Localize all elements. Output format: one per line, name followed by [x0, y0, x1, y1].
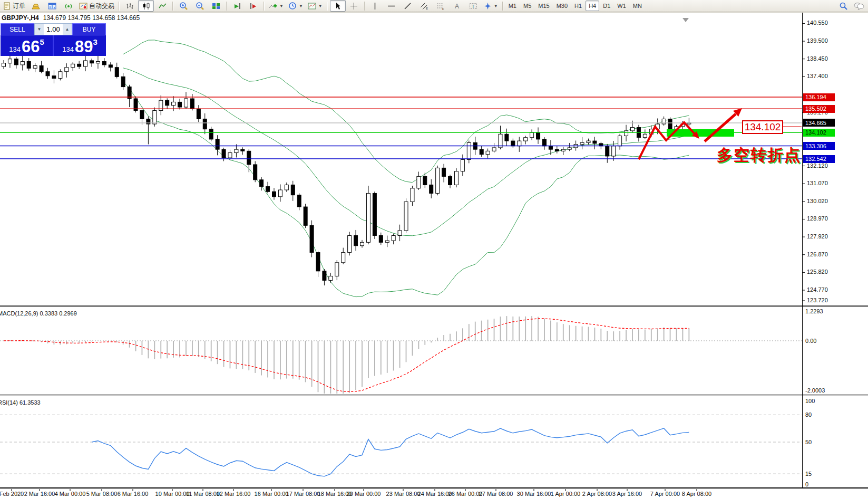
sell-price-base: 134 — [9, 44, 21, 55]
macd-histogram — [4, 316, 689, 394]
time-tick-label: 16 Mar 00:00 — [255, 491, 289, 497]
rsi-axis-label: 50 — [805, 439, 812, 445]
time-tick-label: 7 Apr 00:00 — [650, 491, 680, 497]
volume-down-button[interactable]: ▼ — [35, 24, 44, 35]
rsi-axis-label: 80 — [805, 411, 812, 418]
one-click-trading-panel: SELL ▼ 1.00 ▲ BUY 134 66 5 134 89 3 — [1, 23, 106, 56]
macd-signal-line — [4, 319, 689, 392]
price-badge-134.665: 134.665 — [803, 119, 835, 127]
macd-axis-label: 1.2293 — [805, 308, 823, 314]
price-tick-label: 127.920 — [807, 233, 828, 240]
sell-price[interactable]: 134 66 5 — [1, 35, 53, 56]
zigzag-arrow[interactable] — [639, 122, 697, 159]
time-tick-label: 12 Mar 16:00 — [217, 491, 251, 497]
time-tick-label: 30 Mar 16:00 — [517, 491, 551, 497]
buy-price-base: 134 — [62, 44, 74, 55]
price-badge-134.102: 134.102 — [803, 129, 835, 137]
candlestick-series — [2, 54, 691, 285]
symbol-period-label: GBPJPY-,H4 — [2, 14, 39, 22]
price-tick-label: 139.500 — [807, 37, 828, 44]
horizontal-level-lines[interactable] — [0, 97, 802, 159]
buy-price[interactable]: 134 89 3 — [54, 35, 106, 56]
time-tick-label: 2 Mar 16:00 — [24, 491, 55, 497]
time-tick-label: 5 Mar 08:00 — [86, 491, 118, 497]
volume-spinner: ▼ 1.00 ▲ — [34, 23, 72, 35]
time-tick-label: 3 Apr 16:00 — [612, 491, 642, 497]
buy-price-point: 3 — [93, 34, 97, 50]
price-badge-133.306: 133.306 — [803, 142, 835, 150]
rsi-axis-label: 0 — [805, 481, 808, 487]
price-tick-label: 126.870 — [807, 251, 828, 257]
price-tick-label: 130.020 — [807, 198, 828, 204]
time-tick-label: 27 Mar 08:00 — [479, 491, 513, 497]
price-tick-label: 128.970 — [807, 215, 828, 222]
price-callout-box[interactable]: 134.102 — [742, 120, 783, 134]
time-tick-label: Feb 2020 — [0, 491, 24, 497]
buy-price-pips: 89 — [75, 39, 93, 55]
chart-shift-marker[interactable] — [682, 18, 689, 22]
time-tick-label: 11 Mar 08:00 — [186, 491, 220, 497]
chart-canvas[interactable] — [0, 0, 868, 498]
price-tick-label: 131.070 — [807, 180, 828, 186]
turning-point-annotation[interactable]: 多空转折点 — [717, 145, 801, 166]
chart-header: GBPJPY-,H4 134.679 134.795 134.658 134.6… — [2, 14, 140, 22]
time-tick-label: 2 Apr 08:00 — [582, 491, 612, 497]
sell-button[interactable]: SELL — [1, 23, 34, 35]
buy-button[interactable]: BUY — [72, 23, 106, 35]
time-tick-label: 4 Mar 00:00 — [55, 491, 86, 497]
rsi-line — [92, 428, 689, 476]
rsi-label: RSI(14) 61.3533 — [0, 399, 41, 406]
macd-axis-label: 0.00 — [805, 338, 816, 344]
price-tick-label: 132.120 — [807, 162, 828, 169]
sell-price-point: 5 — [40, 34, 44, 50]
time-tick-label: 24 Mar 16:00 — [418, 491, 452, 497]
price-tick-label: 125.820 — [807, 269, 828, 275]
macd-label: MACD(12,26,9) 0.3383 0.2969 — [0, 310, 77, 317]
time-tick-label: 20 Mar 00:00 — [347, 491, 381, 497]
mt4-terminal-window: 订单 自动交易 — [0, 0, 868, 498]
time-tick-label: 1 Apr 00:00 — [551, 491, 580, 497]
price-badge-136.194: 136.194 — [803, 93, 835, 101]
projection-arrow[interactable] — [705, 114, 736, 141]
volume-input[interactable]: 1.00 — [44, 24, 63, 35]
rsi-axis-label: 15 — [805, 471, 812, 477]
price-tick-label: 138.450 — [807, 55, 828, 62]
macd-axis-label: -2.0003 — [805, 387, 825, 394]
price-tick-label: 124.770 — [807, 286, 828, 293]
rsi-axis-label: 100 — [805, 398, 815, 404]
ohlc-values: 134.679 134.795 134.658 134.665 — [43, 14, 140, 22]
price-tick-label: 137.400 — [807, 73, 828, 79]
time-tick-label: 6 Mar 16:00 — [118, 491, 149, 497]
time-tick-label: 8 Apr 08:00 — [682, 491, 711, 497]
price-badge-135.502: 135.502 — [803, 105, 835, 113]
price-badge-132.542: 132.542 — [803, 155, 835, 163]
price-tick-label: 140.550 — [807, 20, 828, 26]
time-tick-label: 26 Mar 00:00 — [448, 491, 483, 497]
sell-price-pips: 66 — [22, 39, 40, 55]
time-tick-label: 10 Mar 00:00 — [155, 491, 190, 497]
time-tick-label: 17 Mar 08:00 — [286, 491, 320, 497]
time-tick-label: 23 Mar 08:00 — [386, 491, 421, 497]
volume-up-button[interactable]: ▲ — [63, 24, 72, 35]
price-tick-label: 123.720 — [807, 297, 828, 303]
bollinger-bands — [123, 40, 689, 297]
